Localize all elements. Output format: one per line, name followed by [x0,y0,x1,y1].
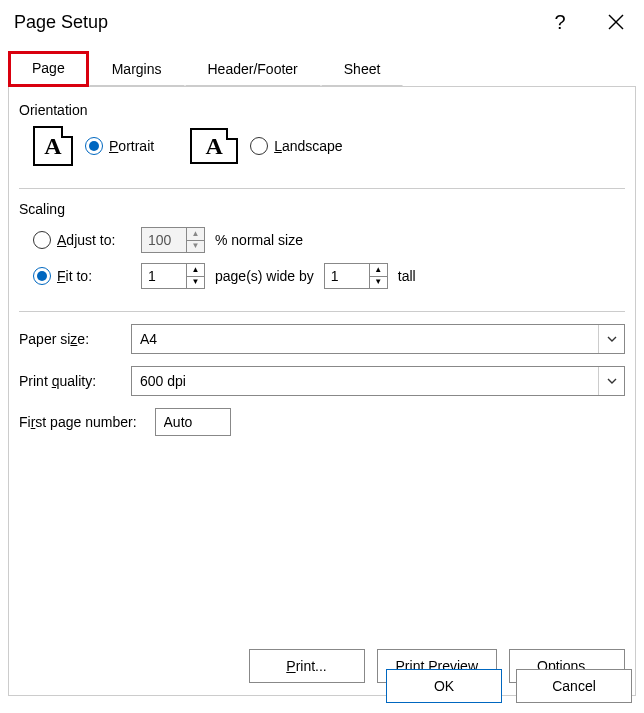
adjust-to-input[interactable] [142,228,186,252]
help-button[interactable]: ? [532,0,588,44]
tab-margins[interactable]: Margins [89,52,185,86]
divider [19,188,625,189]
tab-sheet[interactable]: Sheet [321,52,404,86]
fit-tall-input[interactable] [325,264,369,288]
spinner-down-icon[interactable]: ▼ [187,277,204,289]
adjust-to-radio[interactable]: Adjust to: [33,231,131,249]
cancel-button[interactable]: Cancel [516,669,632,703]
titlebar: Page Setup ? [0,0,644,44]
spinner-down-icon[interactable]: ▼ [187,241,204,253]
chevron-down-icon [598,325,624,353]
orientation-heading: Orientation [19,102,625,118]
divider [19,311,625,312]
fit-wide-spinner[interactable]: ▲ ▼ [141,263,205,289]
tab-strip: Page Margins Header/Footer Sheet [0,52,644,86]
page-panel: Orientation A Portrait A Landscape Scali… [8,86,636,696]
close-icon [608,14,624,30]
adjust-to-spinner[interactable]: ▲ ▼ [141,227,205,253]
spinner-up-icon[interactable]: ▲ [370,264,387,277]
landscape-radio[interactable]: Landscape [250,137,343,155]
fit-tall-spinner[interactable]: ▲ ▼ [324,263,388,289]
tab-page[interactable]: Page [8,51,89,87]
landscape-icon: A [190,128,238,164]
radio-icon [33,231,51,249]
portrait-radio[interactable]: Portrait [85,137,154,155]
close-button[interactable] [588,0,644,44]
fit-tall-suffix: tall [398,268,416,284]
adjust-to-label: Adjust to: [57,232,131,248]
fit-mid-label: page(s) wide by [215,268,314,284]
fit-to-radio[interactable]: Fit to: [33,267,131,285]
spinner-down-icon[interactable]: ▼ [370,277,387,289]
first-page-number-input[interactable] [155,408,231,436]
fit-to-label: Fit to: [57,268,131,284]
print-quality-combo[interactable]: 600 dpi [131,366,625,396]
paper-size-label: Paper size: [19,331,117,347]
scaling-heading: Scaling [19,201,625,217]
spinner-up-icon[interactable]: ▲ [187,228,204,241]
radio-icon [250,137,268,155]
print-button[interactable]: Print... [249,649,365,683]
spinner-up-icon[interactable]: ▲ [187,264,204,277]
radio-icon [33,267,51,285]
tab-header-footer[interactable]: Header/Footer [185,52,321,86]
paper-size-combo[interactable]: A4 [131,324,625,354]
fit-wide-input[interactable] [142,264,186,288]
ok-button[interactable]: OK [386,669,502,703]
portrait-label: Portrait [109,138,154,154]
print-quality-value: 600 dpi [132,373,598,389]
paper-size-value: A4 [132,331,598,347]
dialog-footer: OK Cancel [386,669,632,703]
chevron-down-icon [598,367,624,395]
radio-icon [85,137,103,155]
landscape-label: Landscape [274,138,343,154]
orientation-row: A Portrait A Landscape [33,126,625,166]
first-page-number-label: First page number: [19,414,137,430]
adjust-to-suffix: % normal size [215,232,303,248]
window-title: Page Setup [14,12,532,33]
print-quality-label: Print quality: [19,373,117,389]
portrait-icon: A [33,126,73,166]
